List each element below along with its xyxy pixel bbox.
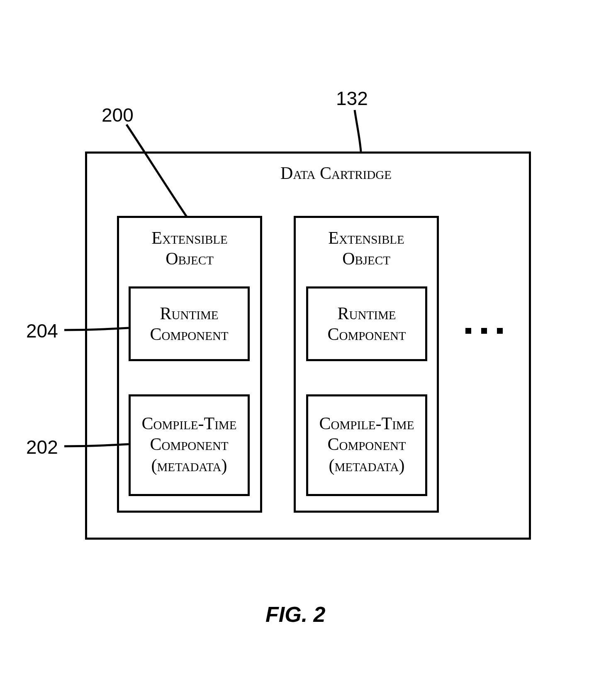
data-cartridge-title: Data Cartridge — [232, 163, 440, 183]
runtime-2-label: Runtime Component — [306, 303, 427, 345]
ref-204: 204 — [26, 320, 58, 342]
figure-caption: FIG. 2 — [265, 602, 325, 627]
runtime-1-label: Runtime Component — [129, 303, 250, 345]
compile-2-label: Compile-Time Component (metadata) — [306, 413, 427, 476]
ref-200: 200 — [102, 104, 134, 126]
ref-132: 132 — [336, 87, 368, 110]
extensible-object-2-title: Extensible Object — [294, 227, 439, 269]
ellipsis-icon — [465, 328, 513, 335]
ref-202: 202 — [26, 436, 58, 458]
extensible-object-1-title: Extensible Object — [117, 227, 262, 269]
diagram-stage: Data Cartridge Extensible Object Runtime… — [0, 0, 616, 692]
compile-1-label: Compile-Time Component (metadata) — [129, 413, 250, 476]
